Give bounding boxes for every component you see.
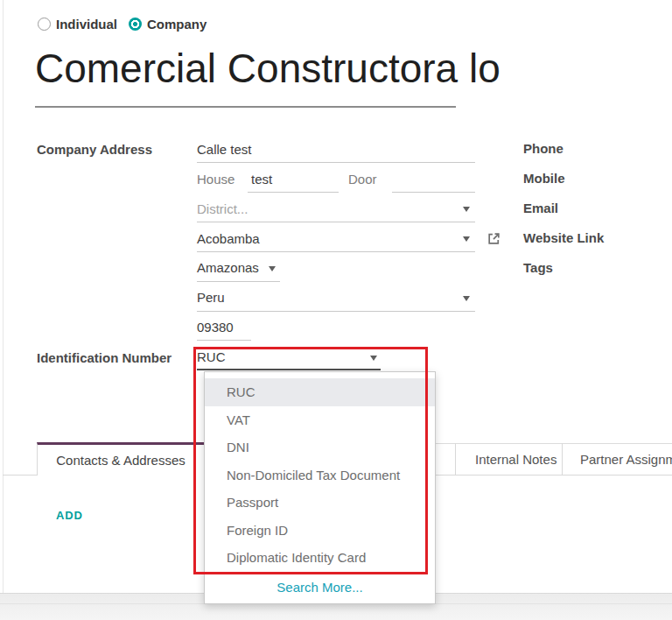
dropdown-item-non-domiciled[interactable]: Non-Domiciled Tax Document xyxy=(205,461,435,490)
dropdown-item-dni[interactable]: DNI xyxy=(205,433,435,461)
house-underline xyxy=(248,192,339,193)
district-underline xyxy=(197,222,475,222)
street-underline xyxy=(197,162,475,163)
house-input[interactable]: test xyxy=(251,172,272,187)
add-button[interactable]: ADD xyxy=(56,509,83,522)
tab-contacts-addresses[interactable]: Contacts & Addresses xyxy=(37,442,204,476)
external-link-icon[interactable] xyxy=(486,231,501,246)
individual-radio-label[interactable]: Individual xyxy=(56,17,117,32)
chevron-down-icon[interactable] xyxy=(269,266,276,271)
chevron-down-icon[interactable] xyxy=(463,207,470,212)
city-select[interactable]: Acobamba xyxy=(197,231,260,246)
tab-partner-assignment[interactable]: Partner Assignm xyxy=(580,452,672,467)
state-underline xyxy=(197,281,280,282)
identification-type-underline xyxy=(197,369,381,370)
dropdown-item-vat[interactable]: VAT xyxy=(205,406,435,434)
identification-type-select[interactable]: RUC xyxy=(197,349,226,364)
dropdown-item-passport[interactable]: Passport xyxy=(205,489,435,517)
identification-number-label: Identification Number xyxy=(37,350,172,365)
door-input[interactable] xyxy=(392,192,475,193)
district-select[interactable]: District... xyxy=(197,201,248,216)
individual-radio[interactable] xyxy=(38,18,51,31)
chevron-down-icon[interactable] xyxy=(463,236,470,242)
dropdown-item-ruc[interactable]: RUC xyxy=(205,378,435,406)
website-link-label: Website Link xyxy=(523,230,604,245)
door-label: Door xyxy=(348,172,377,187)
phone-label: Phone xyxy=(523,141,564,156)
house-label: House xyxy=(197,172,234,187)
chevron-down-icon[interactable] xyxy=(463,296,470,301)
company-radio[interactable] xyxy=(129,18,142,31)
zip-underline xyxy=(197,340,251,341)
tab-separator xyxy=(562,443,563,475)
state-select[interactable]: Amazonas xyxy=(197,260,259,275)
tab-internal-notes[interactable]: Internal Notes xyxy=(475,452,556,467)
sheet-left-border xyxy=(3,0,4,593)
chevron-down-icon[interactable] xyxy=(370,356,377,361)
identification-dropdown: RUC VAT DNI Non-Domiciled Tax Document P… xyxy=(204,371,436,604)
company-name-input[interactable]: Comercial Constructora lo xyxy=(35,46,500,92)
country-underline xyxy=(197,311,475,312)
street-input[interactable]: Calle test xyxy=(197,142,252,157)
zip-input[interactable]: 09380 xyxy=(197,320,234,335)
dropdown-item-foreign-id[interactable]: Foreign ID xyxy=(205,517,435,545)
company-radio-label[interactable]: Company xyxy=(147,17,206,32)
tags-label: Tags xyxy=(523,260,553,275)
country-select[interactable]: Peru xyxy=(197,290,225,305)
email-label: Email xyxy=(523,201,558,215)
mobile-label: Mobile xyxy=(523,171,565,186)
company-address-label: Company Address xyxy=(37,142,152,157)
city-underline xyxy=(197,251,475,252)
search-more-link[interactable]: Search More... xyxy=(205,574,435,601)
company-name-underline xyxy=(35,106,456,108)
tab-separator xyxy=(455,443,456,475)
dropdown-item-diplomatic[interactable]: Diplomatic Identity Card xyxy=(205,544,435,572)
